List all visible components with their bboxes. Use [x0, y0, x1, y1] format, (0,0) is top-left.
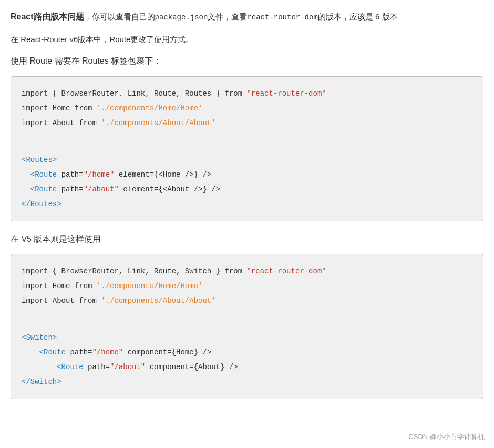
v6-string2: './components/Home/Home' — [97, 104, 203, 113]
v5-route1-tag: <Route — [39, 348, 70, 357]
v6-routes-open: <Routes> — [22, 152, 472, 167]
intro-bold: React路由版本问题 — [11, 12, 84, 21]
v5-heading: 在 V5 版本则是这样使用 — [11, 232, 483, 247]
v6-string3: './components/About/About' — [101, 119, 215, 127]
v6-route1-indent — [22, 170, 30, 179]
v6-route2-tag: <Route — [30, 185, 61, 194]
v6-code-line3: import About from './components/About/Ab… — [22, 116, 472, 130]
v6-route1-tag: <Route — [30, 170, 61, 179]
v6-code-line2: import Home from './components/Home/Home… — [22, 101, 472, 116]
v5-switch-close-tag: </Switch> — [22, 378, 61, 386]
intro-text1: ，你可以查看自己的 — [84, 12, 155, 21]
intro-paragraph: React路由版本问题，你可以查看自己的package.json文件，查看rea… — [11, 9, 483, 25]
v6-note-text: 在 React-Router v6版本中，Route更改了使用方式。 — [11, 35, 193, 44]
v6-routes-open-tag: <Routes> — [22, 156, 57, 164]
v5-code-block: import { BrowserRouter, Link, Route, Swi… — [11, 254, 483, 399]
v5-route1: <Route path="/home" component={Home} /> — [22, 345, 472, 360]
v5-string2: './components/Home/Home' — [97, 282, 203, 290]
v5-string1: "react-router-dom" — [246, 267, 326, 276]
v6-route1-path: "/home" — [84, 170, 115, 179]
v5-route2-indent — [22, 363, 57, 371]
v6-code-block: import { BrowserRouter, Link, Route, Rou… — [11, 76, 483, 221]
v5-switch-open-tag: <Switch> — [22, 333, 57, 342]
v6-note: 在 React-Router v6版本中，Route更改了使用方式。 — [11, 32, 483, 46]
v6-empty2 — [22, 141, 472, 152]
v5-from3: from — [79, 297, 101, 305]
v5-empty2 — [22, 319, 472, 330]
v5-route1-indent — [22, 348, 39, 357]
v6-from2: from — [75, 104, 97, 113]
intro-text2: 文件，查看 — [208, 12, 247, 21]
v6-route2: <Route path="/about" element={<About />}… — [22, 182, 472, 197]
v6-route1-elem: element={<Home />} /> — [114, 170, 211, 179]
v5-code-line1: import { BrowserRouter, Link, Route, Swi… — [22, 264, 472, 279]
v6-from3: from — [79, 119, 101, 127]
v5-route1-attr: path= — [70, 348, 92, 357]
v6-routes-close: </Routes> — [22, 197, 472, 211]
v6-from1: from — [224, 89, 246, 98]
v5-import1-kw: import { BrowserRouter, Link, Route, Swi… — [22, 267, 224, 276]
intro-code2: react-router-dom — [247, 13, 317, 22]
v5-route2-tag: <Route — [57, 363, 88, 371]
v5-route1-comp: component={Home} /> — [123, 348, 211, 357]
v5-from2: from — [75, 282, 97, 290]
v5-empty1 — [22, 308, 472, 319]
v6-route2-elem: element={<About />} /> — [119, 185, 220, 194]
intro-code1: package.json — [155, 13, 208, 22]
v6-import3-kw: import About — [22, 119, 79, 127]
v5-from1: from — [224, 267, 246, 276]
v6-routes-close-tag: </Routes> — [22, 200, 61, 208]
v5-switch-open: <Switch> — [22, 330, 472, 345]
v6-empty1 — [22, 130, 472, 141]
v5-code-line3: import About from './components/About/Ab… — [22, 293, 472, 308]
intro-text3: 的版本，应该是 6 版本 — [318, 12, 398, 21]
v5-code-line2: import Home from './components/Home/Home… — [22, 279, 472, 293]
v6-string1: "react-router-dom" — [246, 89, 326, 98]
v6-import2-kw: import Home — [22, 104, 75, 113]
v6-route2-path: "/about" — [84, 185, 119, 194]
v5-route2: <Route path="/about" component={About} /… — [22, 360, 472, 374]
v5-route2-path: "/about" — [110, 363, 145, 371]
v6-heading: 使用 Route 需要在 Routes 标签包裹下： — [11, 54, 483, 69]
v6-route2-attr: path= — [61, 185, 84, 194]
v5-route2-attr: path= — [88, 363, 110, 371]
v5-import3-kw: import About — [22, 297, 79, 305]
v6-route1: <Route path="/home" element={<Home />} /… — [22, 167, 472, 182]
v5-import2-kw: import Home — [22, 282, 75, 290]
v5-route1-path: "/home" — [92, 348, 123, 357]
v5-switch-close: </Switch> — [22, 374, 472, 389]
v5-route2-comp: component={About} /> — [145, 363, 238, 371]
v5-string3: './components/About/About' — [101, 297, 215, 305]
v6-code-line1: import { BrowserRouter, Link, Route, Rou… — [22, 86, 472, 101]
watermark: CSDN @小小白学计算机 — [408, 432, 485, 442]
v6-import1-kw: import { BrowserRouter, Link, Route, Rou… — [22, 89, 224, 98]
v6-route1-attr: path= — [61, 170, 84, 179]
v6-route2-indent — [22, 185, 30, 194]
